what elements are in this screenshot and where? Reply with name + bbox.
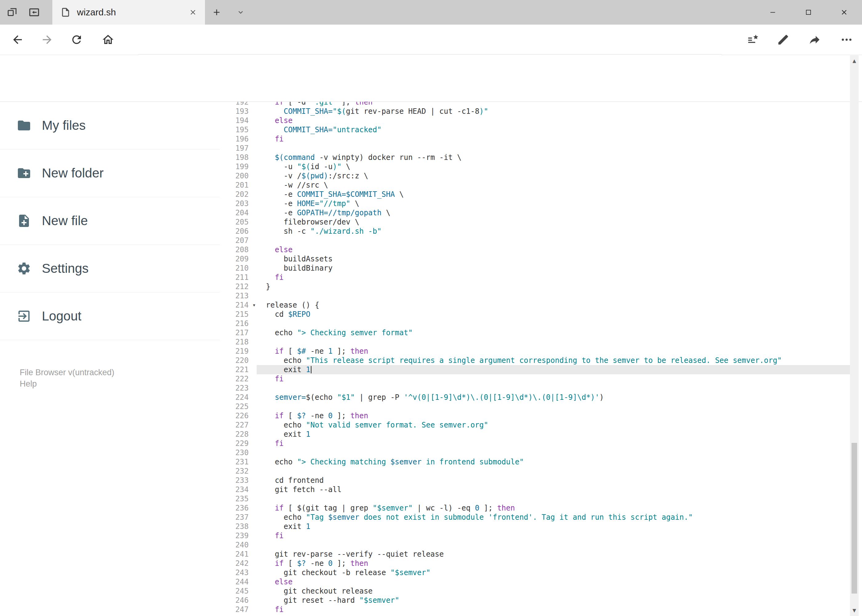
more-menu-icon[interactable] bbox=[840, 33, 853, 46]
code-line[interactable]: 208 else bbox=[220, 245, 850, 255]
code-line[interactable]: 228 exit 1 bbox=[220, 430, 850, 439]
code-lines[interactable]: 192 if [ -d ".git" ]; then193 COMMIT_SHA… bbox=[220, 102, 850, 614]
code-text[interactable]: git fetch --all bbox=[257, 485, 850, 494]
code-line[interactable]: 239 fi bbox=[220, 531, 850, 541]
code-text[interactable] bbox=[257, 337, 850, 347]
code-text[interactable]: sh -c "./wizard.sh -b" bbox=[257, 227, 850, 236]
scrollbar-thumb[interactable] bbox=[851, 443, 857, 594]
code-text[interactable]: echo "This release script requires a sin… bbox=[257, 356, 850, 365]
code-text[interactable]: fi bbox=[257, 531, 850, 541]
code-text[interactable]: echo "> Checking matching $semver in fro… bbox=[257, 457, 850, 467]
code-text[interactable]: -e COMMIT_SHA=$COMMIT_SHA \ bbox=[257, 190, 850, 199]
code-editor[interactable]: 192 if [ -d ".git" ]; then193 COMMIT_SHA… bbox=[220, 102, 850, 616]
code-line[interactable]: 236 if [ $(git tag | grep "$semver" | wc… bbox=[220, 503, 850, 513]
code-line[interactable]: 213 bbox=[220, 291, 850, 300]
tab-preview-icon[interactable] bbox=[28, 6, 40, 18]
vertical-scrollbar[interactable]: ▲ ▼ bbox=[850, 55, 859, 616]
code-text[interactable]: else bbox=[257, 245, 850, 255]
code-text[interactable]: -u "$(id -u)" \ bbox=[257, 162, 850, 171]
code-text[interactable]: -e GOPATH=//tmp/gopath \ bbox=[257, 208, 850, 217]
code-line[interactable]: 221 exit 1 bbox=[220, 365, 850, 374]
code-line[interactable]: 198 $(command -v winpty) docker run --rm… bbox=[220, 153, 850, 162]
code-text[interactable]: -e HOME="//tmp" \ bbox=[257, 199, 850, 208]
code-text[interactable] bbox=[257, 494, 850, 503]
code-line[interactable]: 230 bbox=[220, 448, 850, 457]
code-text[interactable]: if [ $# -ne 1 ]; then bbox=[257, 347, 850, 356]
sidebar-item-logout[interactable]: Logout bbox=[0, 292, 220, 340]
code-line[interactable]: 207 bbox=[220, 236, 850, 245]
code-line[interactable]: 220 echo "This release script requires a… bbox=[220, 356, 850, 365]
sidebar-item-new-file[interactable]: New file bbox=[0, 197, 220, 245]
hub-favorites-icon[interactable] bbox=[747, 33, 760, 46]
web-note-pen-icon[interactable] bbox=[777, 33, 790, 46]
code-text[interactable]: echo "Not valid semver format. See semve… bbox=[257, 420, 850, 430]
browser-tab[interactable]: wizard.sh bbox=[52, 0, 205, 25]
share-page-icon[interactable] bbox=[808, 33, 821, 46]
code-line[interactable]: 206 sh -c "./wizard.sh -b" bbox=[220, 227, 850, 236]
code-text[interactable]: COMMIT_SHA="untracked" bbox=[257, 125, 850, 134]
code-line[interactable]: 233 cd frontend bbox=[220, 476, 850, 485]
code-line[interactable]: 209 buildAssets bbox=[220, 255, 850, 264]
code-line[interactable]: 217 echo "> Checking semver format" bbox=[220, 328, 850, 337]
code-line[interactable]: 240 bbox=[220, 541, 850, 550]
code-text[interactable]: -w //src \ bbox=[257, 181, 850, 190]
code-line[interactable]: 194 else bbox=[220, 116, 850, 125]
code-line[interactable]: 222 fi bbox=[220, 374, 850, 383]
code-line[interactable]: 237 echo "Tag $semver does not exist in … bbox=[220, 513, 850, 522]
code-text[interactable]: git checkout -b release "$semver" bbox=[257, 568, 850, 577]
code-text[interactable]: git rev-parse --verify --quiet release bbox=[257, 550, 850, 559]
code-text[interactable]: else bbox=[257, 116, 850, 125]
code-line[interactable]: 223 bbox=[220, 383, 850, 393]
code-line[interactable]: 232 bbox=[220, 467, 850, 476]
code-text[interactable] bbox=[257, 541, 850, 550]
code-line[interactable]: 241 git rev-parse --verify --quiet relea… bbox=[220, 550, 850, 559]
code-text[interactable]: if [ $? -ne 0 ]; then bbox=[257, 411, 850, 420]
tab-list-chevron-icon[interactable] bbox=[236, 0, 245, 25]
code-text[interactable]: echo "Tag $semver does not exist in subm… bbox=[257, 513, 850, 522]
code-text[interactable] bbox=[257, 448, 850, 457]
tabs-aside-icon[interactable] bbox=[7, 7, 18, 18]
code-line[interactable]: 247 fi bbox=[220, 605, 850, 614]
code-text[interactable]: if [ $? -ne 0 ]; then bbox=[257, 559, 850, 568]
code-line[interactable]: 196 fi bbox=[220, 134, 850, 144]
code-line[interactable]: 226 if [ $? -ne 0 ]; then bbox=[220, 411, 850, 420]
help-link[interactable]: Help bbox=[20, 378, 115, 390]
code-text[interactable]: if [ $(git tag | grep "$semver" | wc -l)… bbox=[257, 503, 850, 513]
code-text[interactable]: COMMIT_SHA="$(git rev-parse HEAD | cut -… bbox=[257, 107, 850, 116]
code-text[interactable]: git checkout release bbox=[257, 586, 850, 596]
code-text[interactable] bbox=[257, 402, 850, 411]
refresh-icon[interactable] bbox=[70, 33, 83, 46]
scroll-down-icon[interactable]: ▼ bbox=[850, 605, 859, 616]
code-line[interactable]: 192 if [ -d ".git" ]; then bbox=[220, 102, 850, 107]
code-text[interactable] bbox=[257, 291, 850, 300]
sidebar-item-my-files[interactable]: My files bbox=[0, 102, 220, 149]
code-text[interactable]: fi bbox=[257, 605, 850, 614]
code-text[interactable]: fi bbox=[257, 273, 850, 282]
code-text[interactable]: else bbox=[257, 577, 850, 586]
window-maximize-button[interactable] bbox=[791, 0, 826, 25]
window-close-button[interactable] bbox=[826, 0, 862, 25]
code-line[interactable]: 202 -e COMMIT_SHA=$COMMIT_SHA \ bbox=[220, 190, 850, 199]
forward-icon[interactable] bbox=[41, 33, 54, 46]
code-line[interactable]: 219 if [ $# -ne 1 ]; then bbox=[220, 347, 850, 356]
code-line[interactable]: 200 -v /$(pwd):/src:z \ bbox=[220, 171, 850, 181]
code-line[interactable]: 218 bbox=[220, 337, 850, 347]
code-text[interactable]: fi bbox=[257, 439, 850, 448]
tab-close-icon[interactable] bbox=[189, 8, 197, 16]
code-line[interactable]: 225 bbox=[220, 402, 850, 411]
code-text[interactable] bbox=[257, 319, 850, 328]
code-line[interactable]: 231 echo "> Checking matching $semver in… bbox=[220, 457, 850, 467]
code-line[interactable]: 227 echo "Not valid semver format. See s… bbox=[220, 420, 850, 430]
code-text[interactable]: git reset --hard "$semver" bbox=[257, 596, 850, 605]
sidebar-item-new-folder[interactable]: New folder bbox=[0, 149, 220, 197]
code-line[interactable]: 204 -e GOPATH=//tmp/gopath \ bbox=[220, 208, 850, 217]
code-text[interactable]: semver=$(echo "$1" | grep -P '^v(0|[1-9]… bbox=[257, 393, 850, 402]
code-line[interactable]: 203 -e HOME="//tmp" \ bbox=[220, 199, 850, 208]
code-text[interactable]: $(command -v winpty) docker run --rm -it… bbox=[257, 153, 850, 162]
code-line[interactable]: 195 COMMIT_SHA="untracked" bbox=[220, 125, 850, 134]
code-line[interactable]: 201 -w //src \ bbox=[220, 181, 850, 190]
code-text[interactable]: cd frontend bbox=[257, 476, 850, 485]
new-tab-button[interactable] bbox=[212, 0, 222, 25]
sidebar-item-settings[interactable]: Settings bbox=[0, 245, 220, 292]
code-text[interactable]: cd $REPO bbox=[257, 310, 850, 319]
